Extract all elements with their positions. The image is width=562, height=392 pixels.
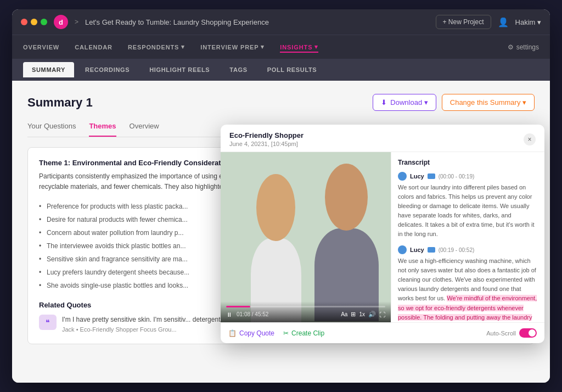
title-bar-right: + New Project 👤 Hakim ▾ — [436, 15, 541, 29]
fullscreen-button[interactable]: ⛶ — [379, 311, 385, 318]
tab-themes[interactable]: Themes — [89, 122, 116, 137]
create-clip-button[interactable]: ✂ Create Clip — [283, 329, 324, 337]
speed-button[interactable]: 1x — [359, 311, 365, 317]
nav-bar: OVERVIEW CALENDAR RESPONDENTS ▾ INTERVIE… — [12, 35, 550, 59]
gear-icon: ⚙ — [508, 43, 514, 51]
tab-overview[interactable]: Overview — [130, 122, 159, 137]
quote-content: I'm I have pretty sensitive skin. I'm se… — [62, 315, 222, 333]
progress-bar[interactable] — [226, 306, 385, 307]
chevron-down-icon: ▾ — [314, 43, 318, 51]
user-icon: 👤 — [498, 17, 509, 27]
popup-title: Eco-Friendly Shopper — [229, 131, 304, 139]
subtitles-button[interactable]: Aa — [341, 311, 347, 317]
minimize-button[interactable] — [31, 19, 37, 25]
change-summary-button[interactable]: Change this Summary ▾ — [442, 94, 535, 111]
popup-body: ⏸ 01:08 / 45:52 Aa ⊞ 1x 🔊 ⛶ — [221, 152, 544, 322]
maximize-button[interactable] — [41, 19, 47, 25]
tab-tags[interactable]: TAGS — [221, 62, 256, 77]
transcript-highlight: We're mindful of the environment, so we … — [398, 295, 537, 322]
transcript-speaker-1: Lucy (00:00 - 00:19) — [398, 172, 538, 181]
person-left — [246, 169, 306, 319]
transcript-title: Transcript — [398, 159, 538, 166]
avatar — [398, 172, 407, 181]
breadcrumb-separator: > — [75, 18, 78, 26]
video-popup: Eco-Friendly Shopper June 4, 20231, [10:… — [221, 125, 544, 343]
copy-quote-button[interactable]: 📋 Copy Quote — [228, 329, 274, 337]
tab-poll-results[interactable]: POLL RESULTS — [258, 62, 326, 77]
tab-summary[interactable]: SUMMARY — [23, 62, 74, 77]
nav-items: OVERVIEW CALENDAR RESPONDENTS ▾ INTERVIE… — [23, 41, 508, 53]
summary-header: Summary 1 ⬇ Download ▾ Change this Summa… — [27, 94, 535, 111]
transcript-entry-2: Lucy (00:19 - 00:52) We use a high-effic… — [398, 245, 538, 322]
speaker-name: Lucy — [410, 247, 424, 253]
quote-text: I'm I have pretty sensitive skin. I'm se… — [62, 315, 222, 324]
pause-button[interactable]: ⏸ — [226, 311, 232, 318]
tab-your-questions[interactable]: Your Questions — [27, 122, 76, 137]
popup-date: June 4, 20231, [10:45pm] — [229, 141, 304, 147]
clip-icon: ✂ — [283, 329, 289, 337]
summary-actions: ⬇ Download ▾ Change this Summary ▾ — [373, 94, 535, 111]
speaker-time: (00:19 - 00:52) — [439, 247, 475, 253]
speaker-name: Lucy — [410, 173, 424, 180]
control-row: ⏸ 01:08 / 45:52 Aa ⊞ 1x 🔊 ⛶ — [226, 311, 385, 318]
popup-footer: 📋 Copy Quote ✂ Create Clip Auto-Scroll — [221, 322, 544, 343]
download-icon: ⬇ — [381, 98, 387, 107]
page-title: Summary 1 — [27, 96, 93, 110]
app-logo: d — [54, 15, 68, 29]
nav-item-insights[interactable]: INSIGHTS ▾ — [280, 41, 318, 53]
transcript-text: We sort our laundry into different piles… — [398, 183, 538, 239]
tab-highlight-reels[interactable]: HIGHLIGHT REELS — [140, 62, 218, 77]
layout-button[interactable]: ⊞ — [351, 311, 356, 318]
video-panel: ⏸ 01:08 / 45:52 Aa ⊞ 1x 🔊 ⛶ — [221, 152, 391, 322]
popup-header-info: Eco-Friendly Shopper June 4, 20231, [10:… — [229, 131, 304, 147]
chevron-down-icon: ▾ — [181, 43, 185, 51]
app-window: d > Let's Get Ready to Tumble: Laundry S… — [12, 9, 550, 383]
volume-button[interactable]: 🔊 — [368, 311, 376, 318]
breadcrumb: Let's Get Ready to Tumble: Laundry Shopp… — [85, 18, 269, 26]
video-background — [221, 152, 391, 322]
nav-item-overview[interactable]: OVERVIEW — [23, 42, 59, 53]
transcript-entry-1: Lucy (00:00 - 00:19) We sort our laundry… — [398, 172, 538, 239]
transcript-text-2: We use a high-efficiency washing machine… — [398, 256, 538, 322]
right-controls: Aa ⊞ 1x 🔊 ⛶ — [341, 311, 385, 318]
person-right — [311, 161, 382, 321]
user-menu-button[interactable]: Hakim ▾ — [515, 18, 541, 26]
progress-fill — [226, 306, 250, 307]
sub-tabs: SUMMARY RECORDINGS HIGHLIGHT REELS TAGS … — [12, 59, 550, 81]
auto-scroll-toggle: Auto-Scroll — [486, 328, 537, 338]
new-project-button[interactable]: + New Project — [436, 15, 491, 29]
transcript-speaker-2: Lucy (00:19 - 00:52) — [398, 245, 538, 254]
video-controls: ⏸ 01:08 / 45:52 Aa ⊞ 1x 🔊 ⛶ — [221, 301, 391, 322]
nav-item-interview-prep[interactable]: INTERVIEW PREP ▾ — [200, 41, 265, 53]
avatar — [398, 245, 407, 254]
close-popup-button[interactable]: × — [524, 133, 536, 145]
settings-button[interactable]: ⚙ settings — [508, 43, 539, 51]
quote-icon: ❝ — [39, 315, 57, 330]
chevron-down-icon: ▾ — [261, 43, 265, 51]
nav-item-calendar[interactable]: CALENDAR — [75, 42, 113, 53]
download-button[interactable]: ⬇ Download ▾ — [373, 94, 436, 111]
nav-item-respondents[interactable]: RESPONDENTS ▾ — [128, 41, 185, 53]
transcript-panel: Transcript Lucy (00:00 - 00:19) We sort … — [391, 152, 544, 322]
video-timestamp: 01:08 / 45:52 — [237, 311, 268, 317]
quote-attribution: Jack • Eco-Friendly Shopper Focus Grou..… — [62, 326, 222, 333]
speaker-time: (00:00 - 00:19) — [439, 173, 475, 180]
popup-header: Eco-Friendly Shopper June 4, 20231, [10:… — [221, 125, 544, 152]
title-bar: d > Let's Get Ready to Tumble: Laundry S… — [12, 9, 550, 35]
main-content: Summary 1 ⬇ Download ▾ Change this Summa… — [12, 81, 550, 383]
traffic-lights — [21, 19, 47, 25]
auto-scroll-switch[interactable] — [519, 328, 537, 338]
toggle-knob — [529, 329, 536, 337]
close-button[interactable] — [21, 19, 27, 25]
tab-recordings[interactable]: RECORDINGS — [76, 62, 138, 77]
copy-icon: 📋 — [228, 329, 237, 337]
